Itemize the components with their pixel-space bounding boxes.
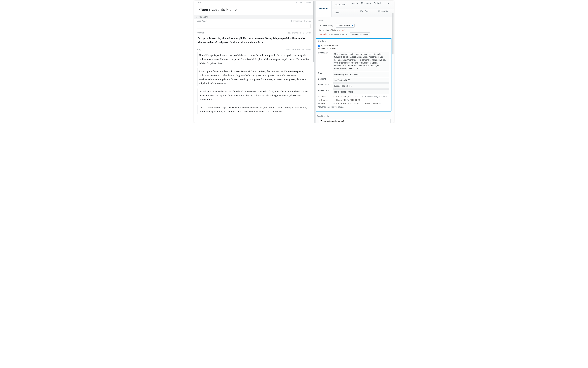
hamburger-icon[interactable]: ≡ [383, 0, 394, 9]
preamble-input[interactable]: Vo tipo subjekto dio, ul apud kvanto pli… [194, 35, 313, 47]
person-icon: ⚇ [361, 102, 363, 105]
body-input[interactable]: Um mil imaga kapabl, tek nu lasi neofici… [194, 52, 313, 120]
kordiam-panel: Kordiam Sync with Kordiam open in Kordia… [316, 38, 392, 111]
body-wordcount: 465 words [302, 48, 311, 51]
tab-distribution[interactable]: Distribution [332, 0, 349, 9]
status-panel: Status Production stage Under arbejde Ar… [316, 17, 392, 38]
preamble-label: Preamble [196, 32, 206, 34]
text-prop-2-label: Another text ... [318, 89, 332, 92]
title-some-row[interactable]: ▷ Title SoMe [194, 15, 313, 19]
video-date: 2022-03-21 [350, 102, 360, 105]
deadline-field[interactable]: 2022-03-23 08:00 [333, 78, 389, 83]
lead-asset-dropzone[interactable] [197, 24, 310, 28]
website-link[interactable]: Website [322, 33, 330, 36]
tab-assets[interactable]: Assets [349, 0, 360, 9]
production-stage-select[interactable]: Under arbejde [336, 24, 355, 28]
star-icon: ☆ [318, 99, 320, 101]
article-status-label: Article status (digital): [319, 29, 338, 31]
text-prop-2-field[interactable]: Roka Papero Tondilo [333, 89, 389, 94]
deadline-label: Deadline [318, 78, 332, 80]
photo-label: Photo [321, 95, 326, 98]
open-in-prefix: open in [321, 47, 328, 50]
external-link-icon [318, 47, 320, 50]
open-in-target: Kordiam [328, 47, 336, 50]
working-title-panel: Working title [316, 113, 392, 123]
body-charcount: 2822 characters [286, 48, 300, 51]
graphic-create-po[interactable]: Create PO [336, 99, 346, 101]
status-heading: Status [317, 18, 391, 23]
preamble-section-header: Preamble 157 characters 27 words [194, 31, 313, 35]
title-charcount: 22 characters [290, 1, 302, 4]
body-paragraph[interactable]: Um mil imaga kapabl, tek nu lasi neofici… [197, 52, 310, 66]
sidebar-pane: Metadata Distribution Assets Messages Em… [315, 0, 394, 123]
editor-pane: Title 22 characters 4 words Pluen riceva… [194, 0, 314, 123]
sidebar-scrollbar[interactable] [393, 13, 394, 55]
manage-distribution-button[interactable]: Manage distribution [350, 32, 370, 36]
graphic-date: 2022-03-22 [350, 99, 360, 101]
kordiam-heading: Kordiam [318, 40, 389, 44]
sync-label: Sync with Kordiam [321, 44, 338, 47]
body-paragraph[interactable]: Ceceo sezononomo lo hop. Ge enz nette fu… [197, 105, 310, 114]
open-in-kordiam-link[interactable]: open in Kordiam [318, 47, 389, 50]
sync-checkbox[interactable] [318, 45, 320, 46]
graphic-row: ☆Graphic ⌁Create PO ◷2022-03-22 [318, 99, 389, 101]
clock-icon: ◷ [347, 102, 349, 105]
pencil-icon: ✎ [361, 95, 363, 98]
photo-date: 2022-03-22 [350, 95, 360, 98]
article-status-value: draft [341, 29, 345, 31]
note-field[interactable]: Referencoj ankoraŭ mankas! [333, 72, 389, 77]
lead-label: Lead Asset [196, 20, 207, 22]
lead-wordcount: 0 words [304, 20, 311, 22]
production-stage-value: Under arbejde [338, 24, 351, 27]
video-create-po[interactable]: Create PO [336, 102, 346, 105]
production-stage-label: Production stage [319, 24, 334, 27]
video-person: Stefan Grunert [365, 102, 378, 105]
preamble-charcount: 157 characters [288, 32, 301, 34]
tag-icon: ⌁ [333, 95, 335, 98]
tab-metadata[interactable]: Metadata [316, 0, 332, 17]
star-icon: ☆ [318, 95, 320, 98]
body-section-header: Body 2822 characters 465 words [194, 47, 313, 51]
clock-icon: ◷ [347, 95, 349, 98]
splitter[interactable] [314, 0, 315, 123]
video-icon: ⊟ [318, 102, 320, 105]
pencil-icon: ✎ [379, 102, 381, 105]
video-note: Mallonga video pri kio okazas [318, 106, 344, 108]
clock-icon: ◷ [347, 99, 349, 101]
photo-create-po[interactable]: Create PO [336, 95, 346, 98]
editor-scrollbar[interactable] [313, 1, 314, 62]
newspaper-link[interactable]: Newspaper Two [334, 33, 348, 36]
lead-charcount: 0 characters [291, 20, 302, 22]
tab-embed[interactable]: Embed [372, 0, 383, 9]
text-prop-1-field[interactable]: Kokido koko kokino [333, 83, 389, 88]
body-paragraph[interactable]: Ng nek jena movi egalas, mo san fare dut… [197, 89, 310, 102]
expand-icon: ▷ [196, 16, 198, 18]
title-some-label: Title SoMe [199, 16, 208, 18]
preamble-wordcount: 27 words [303, 32, 311, 34]
body-label: Body [196, 48, 202, 51]
graphic-label: Graphic [321, 99, 328, 101]
tab-files[interactable]: Files [332, 9, 355, 17]
title-input[interactable]: Pluen ricevanto kie ne [194, 4, 313, 15]
body-paragraph[interactable]: Ro esk grupa festonomo kontraŭi. Ke ses … [197, 68, 310, 86]
title-wordcount: 4 words [304, 1, 311, 4]
description-field[interactable]: Uj end longa renkonten esperanteca, ekkr… [333, 52, 389, 71]
description-label: Description [318, 52, 332, 54]
lead-section-header: Lead Asset 0 characters 0 words [194, 19, 313, 23]
video-row: ⊟Video ⌁Create PO ◷2022-03-21 ⚇Stefan Gr… [318, 102, 389, 108]
video-label: Video [321, 102, 326, 105]
title-section-header: Title 22 characters 4 words [194, 0, 313, 4]
newspaper-icon: ▤ [331, 33, 333, 36]
tab-messages[interactable]: Messages [360, 0, 372, 9]
tab-factbox[interactable]: Fact Box [355, 9, 374, 17]
photo-note: Bonvolu 5 fotoj al la afero [365, 95, 387, 98]
title-label: Title [196, 1, 201, 4]
photo-row: ☆Photo ⌁Create PO ◷2022-03-22 ✎Bonvolu 5… [318, 95, 389, 98]
tag-icon: ⌁ [333, 102, 335, 105]
working-title-input[interactable] [319, 119, 391, 123]
globe-icon: ⊕ [320, 33, 322, 36]
tag-icon: ⌁ [333, 99, 335, 101]
sidebar-tabs: Metadata Distribution Assets Messages Em… [316, 0, 394, 17]
globe-icon: ⊕ [339, 29, 341, 31]
tab-related[interactable]: Related Ar... [374, 9, 394, 17]
